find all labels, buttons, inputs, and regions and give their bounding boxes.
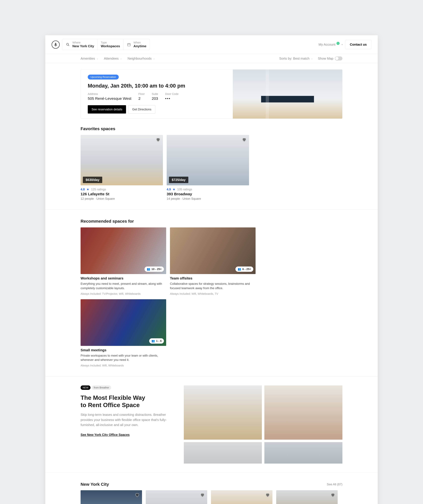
search-when[interactable]: When Anytime [123, 39, 150, 50]
chevron-down-icon: ⌄ [311, 57, 313, 60]
price-tag: $630/day [83, 177, 102, 183]
reservation-details-button[interactable]: See reservation details [88, 105, 126, 114]
promo-from-chip: from Breather [92, 385, 111, 390]
favorite-heart-icon[interactable] [200, 492, 205, 498]
space-image: $810/day [81, 490, 142, 504]
sort-menu[interactable]: Sorts by: Best match⌄ [279, 57, 313, 60]
sort-label: Sorts by: Best match [279, 57, 309, 60]
space-card[interactable]: $1480/day 4.8 ★ 125 ratings 220 5th Ave … [146, 490, 207, 504]
search-where[interactable]: Where New York City [62, 39, 97, 50]
account-menu[interactable]: My Account 1 ▾ [318, 42, 343, 47]
promo-image [264, 385, 342, 440]
favorite-heart-icon[interactable] [155, 137, 161, 143]
type-value: Workspaces [101, 44, 120, 48]
show-map-label: Show Map [318, 57, 333, 60]
recommended-row: 👥10 - 25+ Workshops and seminars Everyth… [81, 228, 342, 367]
show-map-toggle[interactable] [335, 56, 342, 60]
rating-score: 4.8 [81, 188, 85, 191]
upcoming-reservation-card: Upcoming Reservation Monday, Jan 20th, 1… [81, 69, 342, 119]
space-sub: 12 people · Union Square [81, 197, 163, 200]
recommended-title: Small meetings [81, 348, 166, 352]
recommended-title: Workshops and seminars [81, 276, 166, 280]
when-label: When [133, 41, 147, 44]
space-image: $725/day [167, 135, 249, 185]
search-type[interactable]: Type Workspaces [97, 39, 123, 50]
price-tag: $725/day [169, 177, 188, 183]
promo-heading-line2: to Rent Office Space [81, 402, 140, 408]
filter-bar: Amenities⌄ Attendees⌄ Neighbourhoods⌄ So… [45, 54, 378, 63]
space-image: 👥6 - 25+ [170, 228, 256, 274]
search-bar: Where New York City Type Workspaces When… [62, 39, 150, 50]
filter-amenities[interactable]: Amenities⌄ [81, 57, 98, 60]
chevron-down-icon: ▾ [341, 43, 343, 46]
calendar-icon [127, 42, 131, 47]
chevron-down-icon: ⌄ [153, 57, 155, 60]
reservation-image [233, 70, 342, 119]
floor-label: Floor [138, 92, 145, 96]
space-image: $1480/day [146, 490, 207, 504]
promo-heading: The Most Flexible Way to Rent Office Spa… [81, 394, 174, 409]
svg-rect-2 [128, 43, 130, 46]
show-map-toggle-group: Show Map [318, 56, 342, 60]
brand-logo[interactable] [52, 41, 60, 49]
doorcode-label: Door Code [165, 92, 178, 96]
star-icon: ★ [173, 188, 175, 191]
space-card[interactable]: $865/day 4.5 ★ 213 ratings 295 Madison 1… [276, 490, 338, 504]
nyc-section-header: New York City See All (87) [81, 482, 342, 487]
people-icon: 👥 [152, 339, 155, 342]
chevron-down-icon: ⌄ [96, 57, 98, 60]
promo-section: NEW from Breather The Most Flexible Way … [81, 385, 342, 463]
suite-value: 203 [152, 96, 158, 101]
space-sub: 14 people · Union Square [167, 197, 249, 200]
capacity-value: 6 - 25+ [242, 268, 251, 271]
filter-attendees[interactable]: Attendees⌄ [104, 57, 122, 60]
rating-count: 105 ratings [177, 188, 192, 191]
nyc-row: $810/day 4.7 ★ 117 ratings 900 Broadway … [81, 490, 342, 504]
where-value: New York City [72, 44, 94, 48]
star-icon: ★ [87, 188, 89, 191]
capacity-tag: 👥1 - 6 [149, 338, 164, 344]
recommended-card[interactable]: 👥10 - 25+ Workshops and seminars Everyth… [81, 228, 166, 295]
space-image: $630/day [81, 135, 163, 185]
space-image: 👥10 - 25+ [81, 228, 166, 274]
recommended-heading: Recommended spaces for [81, 219, 342, 224]
favorite-heart-icon[interactable] [135, 492, 140, 498]
space-card[interactable]: $725/day 4.9 ★ 85 ratings 329 Bryant 8 p… [211, 490, 272, 504]
see-all-link[interactable]: See All (87) [327, 483, 342, 486]
promo-new-chip: NEW [81, 385, 90, 390]
space-image: $865/day [276, 490, 338, 504]
topbar: Where New York City Type Workspaces When… [45, 35, 378, 54]
favorite-heart-icon[interactable] [241, 137, 247, 143]
favorite-heart-icon[interactable] [330, 492, 336, 498]
filter-neighbourhoods-label: Neighbourhoods [128, 57, 152, 60]
space-card[interactable]: $810/day 4.7 ★ 117 ratings 900 Broadway … [81, 490, 142, 504]
favorite-card[interactable]: $630/day 4.8 ★ 125 ratings 126 Lafayette… [81, 135, 163, 200]
capacity-tag: 👥6 - 25+ [235, 266, 253, 272]
filter-neighbourhoods[interactable]: Neighbourhoods⌄ [128, 57, 155, 60]
favorite-heart-icon[interactable] [265, 492, 270, 498]
promo-image [184, 442, 262, 463]
favorite-card[interactable]: $725/day 4.9 ★ 105 ratings 393 Broadway … [167, 135, 249, 200]
where-label: Where [72, 41, 94, 44]
space-name: 393 Broadway [167, 192, 249, 196]
chevron-down-icon: ⌄ [120, 57, 122, 60]
address-value: 505 René-Levesque West [88, 96, 131, 101]
people-icon: 👥 [238, 268, 241, 271]
main-content: Upcoming Reservation Monday, Jan 20th, 1… [45, 63, 378, 504]
tree-icon [53, 42, 58, 47]
recommended-card[interactable]: 👥6 - 25+ Team offsites Collaborative spa… [170, 228, 256, 295]
recommended-included: Always Included: Wifi, Whiteboards, TV [170, 292, 256, 295]
recommended-included: Always Included: TV/Projector, Wifi, Whi… [81, 292, 166, 295]
address-label: Address [88, 92, 131, 96]
recommended-card[interactable]: 👥1 - 6 Small meetings Private workspaces… [81, 299, 166, 367]
space-image: 👥1 - 6 [81, 299, 166, 346]
contact-button[interactable]: Contact us [345, 40, 371, 49]
get-directions-button[interactable]: Get Directions [128, 105, 155, 114]
promo-link[interactable]: See New York City Office Spaces [81, 433, 130, 437]
type-label: Type [101, 41, 120, 44]
rating-count: 125 ratings [91, 188, 106, 191]
space-image: $725/day [211, 490, 272, 504]
capacity-value: 10 - 25+ [152, 268, 162, 271]
doorcode-value: ••• [165, 96, 171, 101]
nyc-heading: New York City [81, 482, 109, 487]
